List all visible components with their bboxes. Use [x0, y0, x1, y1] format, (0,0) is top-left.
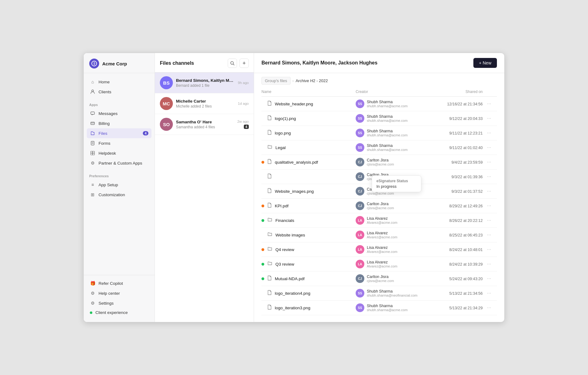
sidebar-item-partner-custom-apps[interactable]: ⚙ Partner & Custom Apps [87, 158, 151, 168]
creator-info: Shubh Sharma shubh.sharma@acme.com [367, 304, 408, 312]
new-button[interactable]: + New [473, 58, 497, 68]
creator-name: Lisa Alvarez [367, 245, 397, 250]
table-row[interactable]: Q4 review LA Lisa Alvarez Alvarez@acme.c… [261, 242, 497, 257]
svg-line-13 [233, 64, 235, 65]
channel-meta: 9h ago [238, 81, 249, 85]
sidebar-item-billing[interactable]: Billing [87, 118, 151, 128]
more-options-button[interactable]: ··· [485, 202, 493, 209]
sidebar-item-forms[interactable]: Forms [87, 138, 151, 148]
more-options-button[interactable]: ··· [485, 275, 493, 282]
creator-email: Alvarez@acme.com [367, 250, 397, 254]
more-options-button[interactable]: ··· [485, 115, 493, 121]
more-options-button[interactable]: ··· [485, 144, 493, 151]
table-row[interactable]: logo.png SS Shubh Sharma shubh.sharma@ac… [261, 126, 497, 140]
file-type-icon [267, 276, 272, 282]
prefs-section-label: Preferences [87, 173, 151, 180]
sidebar-item-customization[interactable]: ⊞ Customization [87, 190, 151, 200]
status-dot [261, 161, 264, 164]
sidebar-item-messages[interactable]: Messages [87, 108, 151, 118]
status-dot [261, 190, 264, 193]
sidebar-label-billing: Billing [99, 121, 110, 126]
file-type-icon [267, 188, 272, 194]
file-name: logo_iteration3.png [275, 306, 310, 310]
sidebar-item-files[interactable]: Files 4 [87, 128, 151, 138]
more-options-button[interactable]: ··· [485, 100, 493, 107]
app-setup-icon: ≡ [90, 182, 95, 188]
table-row[interactable]: Q3 review LA Lisa Alvarez Alvarez@acme.c… [261, 257, 497, 271]
more-options-button[interactable]: ··· [485, 261, 493, 267]
sidebar-item-clients[interactable]: Clients [87, 87, 151, 97]
creator-email: Alvarez@acme.com [367, 264, 397, 268]
channel-item[interactable]: MC Michelle Carter Michelle added 2 file… [155, 93, 254, 114]
table-row[interactable]: Financials LA Lisa Alvarez Alvarez@acme.… [261, 213, 497, 228]
more-options-button[interactable]: ··· [485, 217, 493, 223]
col-creator: Creator [356, 87, 438, 97]
company-logo[interactable]: Acme Corp [84, 53, 155, 73]
table-row[interactable]: Website images LA Lisa Alvarez Alvarez@a… [261, 228, 497, 242]
creator-avatar: LA [356, 216, 364, 225]
sidebar-item-client-experience[interactable]: Client experience [87, 308, 151, 317]
more-options-button[interactable]: ··· [485, 246, 493, 253]
sidebar-item-settings[interactable]: ⚙ Settings [87, 298, 151, 308]
col-actions [485, 87, 497, 97]
channel-name: Bernard Simons, Kaitlyn Moor... [176, 78, 235, 83]
creator-info: Carlton Jisra cjisra@acme.com [367, 202, 394, 210]
creator-name: Carlton Jisra [367, 202, 394, 206]
breadcrumb-root[interactable]: Group's files [261, 77, 291, 85]
creator-email: shubh.sharma@acme.com [367, 308, 408, 312]
more-options-button[interactable]: ··· [485, 290, 493, 296]
more-options-button[interactable]: ··· [485, 130, 493, 136]
more-options-button[interactable]: ··· [485, 159, 493, 165]
files-badge: 4 [143, 131, 148, 135]
channel-item[interactable]: SO Samantha O' Hare Samantha added 4 fil… [155, 114, 254, 135]
sidebar-item-helpdesk[interactable]: Helpdesk [87, 148, 151, 158]
table-row[interactable]: logo_iteration3.png SS Shubh Sharma shub… [261, 301, 497, 315]
logo-icon [89, 59, 99, 68]
table-row[interactable]: qualitative_analysis.pdf CJ Carlton Jisr… [261, 155, 497, 170]
channel-info: Michelle Carter Michelle added 2 files [176, 99, 235, 108]
creator-email: shubh.sharma@acme.com [367, 148, 408, 152]
creator-info: Carlton Jisra cjisra@acme.com [367, 158, 394, 166]
creator-name: Carlton Jisra [367, 275, 394, 279]
channel-sub: Samantha added 4 files [176, 125, 234, 129]
clients-icon [90, 89, 95, 95]
sidebar-label-settings: Settings [99, 301, 114, 306]
creator-email: cjisra@acme.com [367, 162, 394, 166]
more-options-button[interactable]: ··· [485, 173, 493, 180]
more-options-button[interactable]: ··· [485, 188, 493, 194]
channel-badge: 4 [244, 125, 249, 129]
table-row[interactable]: logo(1).png SS Shubh Sharma shubh.sharma… [261, 111, 497, 126]
files-icon [90, 130, 95, 136]
creator-name: Lisa Alvarez [367, 216, 397, 221]
creator-email: cjisra@acme.com [367, 279, 394, 283]
creator-avatar: SS [356, 303, 364, 312]
sidebar-label-refer-copilot: Refer Copilot [99, 281, 123, 286]
sidebar-label-home: Home [99, 80, 110, 84]
file-name: Website_header.png [275, 102, 313, 106]
status-dot [261, 132, 264, 135]
more-options-button[interactable]: ··· [485, 232, 493, 238]
table-row[interactable]: Legal SS Shubh Sharma shubh.sharma@acme.… [261, 140, 497, 155]
channels-header: Files channels + [155, 53, 254, 73]
more-options-button[interactable]: ··· [485, 304, 493, 311]
status-dot [261, 248, 264, 251]
refer-copilot-icon: 🎁 [90, 280, 95, 286]
table-row[interactable]: logo_iteration4.png SS Shubh Sharma shub… [261, 286, 497, 301]
creator-info: Lisa Alvarez Alvarez@acme.com [367, 260, 397, 268]
sidebar-item-app-setup[interactable]: ≡ App Setup [87, 180, 151, 190]
channel-item[interactable]: BS Bernard Simons, Kaitlyn Moor... Berna… [155, 73, 254, 93]
search-button[interactable] [228, 59, 237, 68]
sidebar-item-help-center[interactable]: ⚙ Help center [87, 288, 151, 298]
sidebar-item-home[interactable]: ⌂ Home [87, 77, 151, 87]
sidebar-item-refer-copilot[interactable]: 🎁 Refer Copilot [87, 278, 151, 288]
table-row[interactable]: Website_header.png SS Shubh Sharma shubh… [261, 97, 497, 111]
client-experience-status-dot [90, 311, 92, 314]
creator-email: Alvarez@acme.com [367, 235, 397, 239]
add-channel-button[interactable]: + [239, 59, 249, 68]
sidebar-label-customization: Customization [99, 192, 125, 197]
shared-on-date: 9/12/22 at 20:04:33 [449, 117, 483, 121]
main-header: Bernard Simons, Kaitlyn Moore, Jackson H… [254, 53, 504, 73]
table-row[interactable]: KPI.pdf CJ Carlton Jisra cjisra@acme.com… [261, 199, 497, 213]
creator-info: Shubh Sharma shubh.sharma@acme.com [367, 129, 408, 137]
table-row[interactable]: Mutual-NDA.pdf CJ Carlton Jisra cjisra@a… [261, 271, 497, 286]
